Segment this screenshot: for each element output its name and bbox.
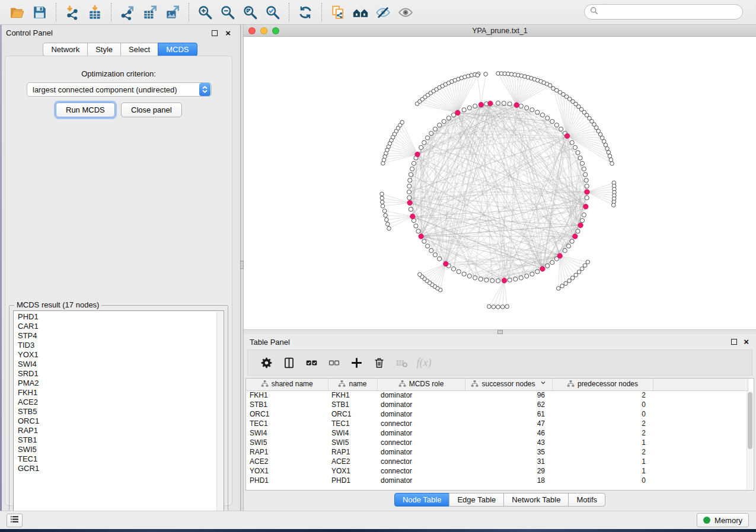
table-cell[interactable]: dominator <box>377 447 465 457</box>
mcds-result-item[interactable]: STB1 <box>18 435 224 445</box>
mcds-list-scrollbar[interactable] <box>216 312 223 517</box>
table-cell[interactable] <box>653 466 748 476</box>
table-cell[interactable]: STB1 <box>328 400 377 409</box>
table-cell[interactable] <box>653 447 748 457</box>
table-cell[interactable]: 29 <box>465 466 552 476</box>
mcds-result-item[interactable]: STP4 <box>18 331 224 341</box>
table-float-icon[interactable] <box>731 339 737 345</box>
close-panel-button[interactable]: Close panel <box>121 102 182 117</box>
table-cell[interactable]: connector <box>377 419 465 428</box>
table-cell[interactable]: 0 <box>552 409 653 419</box>
table-cell[interactable]: dominator <box>377 400 465 409</box>
mcds-result-item[interactable]: YOX1 <box>18 350 224 360</box>
table-cell[interactable]: SWI4 <box>328 428 377 438</box>
network-canvas[interactable] <box>244 37 756 329</box>
table-cell[interactable] <box>653 409 748 419</box>
tab-network[interactable]: Network <box>43 43 88 56</box>
table-cell[interactable]: dominator <box>377 390 465 400</box>
table-cell[interactable] <box>653 457 748 466</box>
table-cell[interactable]: 47 <box>465 419 552 428</box>
mcds-result-item[interactable]: SWI5 <box>18 445 224 454</box>
mcds-result-item[interactable]: FKH1 <box>18 388 224 398</box>
table-close-icon[interactable]: × <box>744 339 749 345</box>
table-cell[interactable]: YOX1 <box>246 466 328 476</box>
mcds-result-item[interactable]: SWI4 <box>18 360 224 369</box>
mcds-result-item[interactable]: CAR1 <box>18 322 224 331</box>
table-cell[interactable]: 1 <box>552 438 653 447</box>
import-network-button[interactable] <box>63 4 81 21</box>
table-row[interactable]: PHD1PHD1dominator180 <box>246 476 748 485</box>
table-cell[interactable]: TEC1 <box>246 419 328 428</box>
table-cell[interactable]: 96 <box>465 390 552 400</box>
network-graph[interactable] <box>244 37 756 329</box>
mcds-result-item[interactable]: TID3 <box>18 341 224 350</box>
run-mcds-button[interactable]: Run MCDS <box>56 102 115 117</box>
search-box[interactable] <box>584 4 743 20</box>
export-table-button[interactable] <box>141 4 159 21</box>
tab-select[interactable]: Select <box>120 43 158 56</box>
table-cell[interactable]: 1 <box>552 457 653 466</box>
table-cell[interactable]: ORC1 <box>328 409 377 419</box>
table-cell[interactable]: PHD1 <box>328 476 377 485</box>
table-cell[interactable] <box>653 390 748 400</box>
table-row[interactable]: FKH1FKH1dominator962 <box>246 390 748 400</box>
table-cell[interactable]: dominator <box>377 409 465 419</box>
table-cell[interactable]: 2 <box>552 447 653 457</box>
column-header-shared-name[interactable]: shared name <box>246 379 328 390</box>
table-cell[interactable]: PHD1 <box>246 476 328 485</box>
tab-edge-table[interactable]: Edge Table <box>449 493 504 507</box>
refresh-layout-button[interactable] <box>296 4 314 21</box>
tab-network-table[interactable]: Network Table <box>503 493 569 507</box>
table-cell[interactable]: YOX1 <box>328 466 377 476</box>
table-cell[interactable] <box>653 419 748 428</box>
column-header-name[interactable]: name <box>328 379 377 390</box>
table-cell[interactable]: 35 <box>465 447 552 457</box>
table-cell[interactable] <box>653 438 748 447</box>
table-cell[interactable]: ACE2 <box>328 457 377 466</box>
close-panel-icon[interactable]: × <box>225 30 231 36</box>
zoom-in-button[interactable] <box>196 4 214 21</box>
network-window-titlebar[interactable]: YPA_prune.txt_1 <box>244 25 756 37</box>
zoom-out-button[interactable] <box>219 4 237 21</box>
table-cell[interactable]: SWI5 <box>246 438 328 447</box>
table-cell[interactable]: ACE2 <box>246 457 328 466</box>
mcds-result-item[interactable]: GCR1 <box>18 464 224 473</box>
table-cell[interactable]: 2 <box>552 390 653 400</box>
horizontal-splitter-handle[interactable] <box>497 330 503 334</box>
table-cell[interactable]: connector <box>377 438 465 447</box>
table-row[interactable]: RAP1RAP1dominator352 <box>246 447 748 457</box>
table-cell[interactable]: dominator <box>377 476 465 485</box>
table-cell[interactable]: 2 <box>552 428 653 438</box>
table-cell[interactable]: 61 <box>465 409 552 419</box>
table-settings-button[interactable] <box>257 354 275 371</box>
export-network-button[interactable] <box>119 4 136 21</box>
table-cell[interactable]: FKH1 <box>328 390 377 400</box>
hide-selected-button[interactable] <box>374 4 392 21</box>
table-cell[interactable]: FKH1 <box>246 390 328 400</box>
table-cell[interactable]: RAP1 <box>328 447 377 457</box>
mcds-result-item[interactable]: SRD1 <box>18 369 224 379</box>
show-columns-button[interactable] <box>280 354 298 371</box>
mcds-result-item[interactable]: ACE2 <box>18 398 224 407</box>
table-cell[interactable] <box>653 428 748 438</box>
table-cell[interactable]: 2 <box>552 419 653 428</box>
tab-mcds[interactable]: MCDS <box>158 43 197 56</box>
open-file-button[interactable] <box>8 4 26 21</box>
mcds-result-item[interactable]: STB5 <box>18 407 224 416</box>
mcds-result-item[interactable]: TEC1 <box>18 454 224 464</box>
float-panel-icon[interactable] <box>212 30 218 36</box>
deselect-all-button[interactable] <box>325 354 343 371</box>
export-image-button[interactable] <box>164 4 181 21</box>
tab-motifs[interactable]: Motifs <box>568 493 605 507</box>
duplicate-network-button[interactable] <box>329 4 347 21</box>
tab-style[interactable]: Style <box>87 43 121 56</box>
table-row[interactable]: SWI5SWI5connector431 <box>246 438 748 447</box>
column-header-predecessor-nodes[interactable]: predecessor nodes <box>552 379 653 390</box>
table-cell[interactable]: RAP1 <box>246 447 328 457</box>
table-cell[interactable]: 62 <box>465 400 552 409</box>
add-column-button[interactable] <box>347 354 365 371</box>
table-cell[interactable] <box>653 476 748 485</box>
select-all-button[interactable] <box>302 354 320 371</box>
delete-column-button[interactable] <box>370 354 388 371</box>
table-row[interactable]: TEC1TEC1connector472 <box>246 419 748 428</box>
